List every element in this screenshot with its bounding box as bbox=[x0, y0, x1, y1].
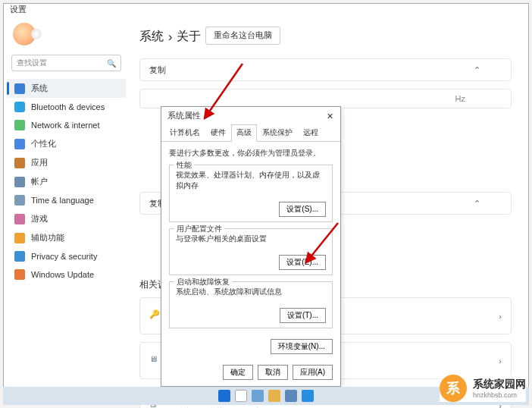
sidebar: 查找设置 🔍 系统 Bluetooth & devices Network & … bbox=[4, 15, 129, 408]
startup-settings-button[interactable]: 设置(T)... bbox=[280, 308, 326, 323]
task-view-icon[interactable] bbox=[252, 390, 264, 402]
sidebar-item-time[interactable]: Time & language bbox=[7, 191, 126, 209]
startup-desc: 系统启动、系统故障和调试信息 bbox=[176, 287, 326, 297]
sidebar-item-label: 帐户 bbox=[31, 176, 48, 187]
dialog-tabs: 计算机名 硬件 高级 系统保护 远程 bbox=[161, 124, 340, 142]
rename-pc-button[interactable]: 重命名这台电脑 bbox=[205, 27, 280, 45]
performance-desc: 视觉效果、处理器计划、内存使用，以及虚拟内存 bbox=[176, 170, 326, 191]
chevron-up-icon bbox=[474, 65, 480, 75]
system-icon bbox=[14, 83, 25, 94]
breadcrumb-sep: › bbox=[168, 30, 172, 44]
shield-icon bbox=[14, 251, 25, 262]
clock-icon bbox=[14, 195, 25, 206]
watermark-logo-icon: 系 bbox=[440, 375, 467, 402]
apply-button[interactable]: 应用(A) bbox=[293, 365, 333, 380]
tab-computer-name[interactable]: 计算机名 bbox=[164, 124, 205, 142]
explorer-icon[interactable] bbox=[268, 390, 280, 402]
settings-taskbar-icon[interactable] bbox=[285, 390, 297, 402]
sidebar-nav: 系统 Bluetooth & devices Network & interne… bbox=[7, 79, 126, 284]
startup-group: 启动和故障恢复 系统启动、系统故障和调试信息 设置(T)... bbox=[169, 281, 333, 328]
chevron-up-icon bbox=[474, 199, 480, 209]
sidebar-item-apps[interactable]: 应用 bbox=[7, 153, 126, 172]
bluetooth-icon bbox=[14, 102, 25, 112]
sidebar-item-label: Privacy & security bbox=[31, 252, 97, 261]
env-vars-button[interactable]: 环境变量(N)... bbox=[271, 339, 333, 354]
hz-label: Hz bbox=[455, 94, 465, 103]
sidebar-item-label: Time & language bbox=[31, 196, 94, 205]
search-icon: 🔍 bbox=[107, 59, 116, 67]
update-icon bbox=[14, 269, 25, 280]
sidebar-item-accounts[interactable]: 帐户 bbox=[7, 172, 126, 191]
profiles-settings-button[interactable]: 设置(E)... bbox=[279, 255, 326, 270]
sidebar-item-label: Windows Update bbox=[31, 270, 94, 279]
breadcrumb-root[interactable]: 系统 bbox=[139, 29, 164, 45]
sidebar-item-gaming[interactable]: 游戏 bbox=[7, 209, 126, 228]
search-placeholder: 查找设置 bbox=[17, 58, 47, 68]
taskbar-search-icon[interactable] bbox=[235, 390, 247, 402]
breadcrumb: 系统 › 关于 重命名这台电脑 bbox=[139, 29, 512, 45]
performance-settings-button[interactable]: 设置(S)... bbox=[279, 202, 326, 217]
device-spec-card[interactable]: 复制 bbox=[139, 58, 512, 81]
chevron-right-icon bbox=[499, 356, 502, 366]
watermark-url: hnzkhbsb.com bbox=[473, 391, 526, 399]
performance-legend: 性能 bbox=[174, 160, 194, 171]
sidebar-item-label: 个性化 bbox=[31, 138, 56, 149]
admin-hint: 要进行大多数更改，你必须作为管理员登录。 bbox=[169, 148, 333, 158]
accessibility-icon bbox=[14, 233, 25, 243]
watermark: 系 系统家园网 hnzkhbsb.com bbox=[440, 375, 526, 402]
profiles-legend: 用户配置文件 bbox=[174, 224, 224, 234]
tab-advanced[interactable]: 高级 bbox=[231, 124, 257, 142]
account-icon bbox=[14, 177, 25, 187]
sidebar-item-privacy[interactable]: Privacy & security bbox=[7, 247, 126, 265]
sidebar-item-label: 应用 bbox=[31, 157, 48, 168]
window-title: 设置 bbox=[10, 4, 27, 15]
cancel-button[interactable]: 取消 bbox=[258, 365, 288, 380]
gamepad-icon bbox=[14, 214, 25, 224]
tab-hardware[interactable]: 硬件 bbox=[205, 124, 231, 142]
watermark-name: 系统家园网 bbox=[473, 378, 526, 391]
system-properties-dialog: 系统属性 ✕ 计算机名 硬件 高级 系统保护 远程 要进行大多数更改，你必须作为… bbox=[161, 106, 341, 387]
sidebar-item-network[interactable]: Network & internet bbox=[7, 116, 126, 134]
network-icon bbox=[14, 120, 25, 130]
sidebar-item-label: 辅助功能 bbox=[31, 232, 64, 243]
edge-icon[interactable] bbox=[302, 390, 314, 402]
dialog-close-button[interactable]: ✕ bbox=[324, 110, 336, 122]
sidebar-item-label: Bluetooth & devices bbox=[31, 102, 105, 111]
apps-icon bbox=[14, 158, 25, 168]
window-titlebar: 设置 bbox=[4, 4, 528, 15]
sidebar-item-bluetooth[interactable]: Bluetooth & devices bbox=[7, 98, 126, 116]
profiles-desc: 与登录帐户相关的桌面设置 bbox=[176, 234, 326, 244]
sidebar-item-label: 游戏 bbox=[31, 213, 48, 224]
start-button-icon[interactable] bbox=[218, 390, 230, 402]
tab-remote[interactable]: 远程 bbox=[298, 124, 324, 142]
startup-legend: 启动和故障恢复 bbox=[174, 277, 232, 287]
search-input[interactable]: 查找设置 🔍 bbox=[11, 55, 121, 71]
sidebar-item-label: Network & internet bbox=[31, 121, 99, 130]
sidebar-item-label: 系统 bbox=[31, 83, 48, 94]
sidebar-item-accessibility[interactable]: 辅助功能 bbox=[7, 228, 126, 247]
copy-label[interactable]: 复制 bbox=[149, 64, 166, 76]
tab-system-protection[interactable]: 系统保护 bbox=[257, 124, 298, 142]
dialog-title: 系统属性 bbox=[167, 111, 201, 121]
ok-button[interactable]: 确定 bbox=[223, 365, 253, 380]
sidebar-item-system[interactable]: 系统 bbox=[7, 79, 126, 98]
performance-group: 性能 视觉效果、处理器计划、内存使用，以及虚拟内存 设置(S)... bbox=[169, 165, 333, 222]
chevron-right-icon bbox=[499, 312, 502, 321]
brush-icon bbox=[14, 139, 25, 149]
breadcrumb-leaf: 关于 bbox=[177, 29, 201, 45]
sidebar-item-personalization[interactable]: 个性化 bbox=[7, 134, 126, 153]
user-avatar[interactable] bbox=[13, 23, 36, 46]
sidebar-item-update[interactable]: Windows Update bbox=[7, 265, 126, 284]
profiles-group: 用户配置文件 与登录帐户相关的桌面设置 设置(E)... bbox=[169, 228, 333, 275]
